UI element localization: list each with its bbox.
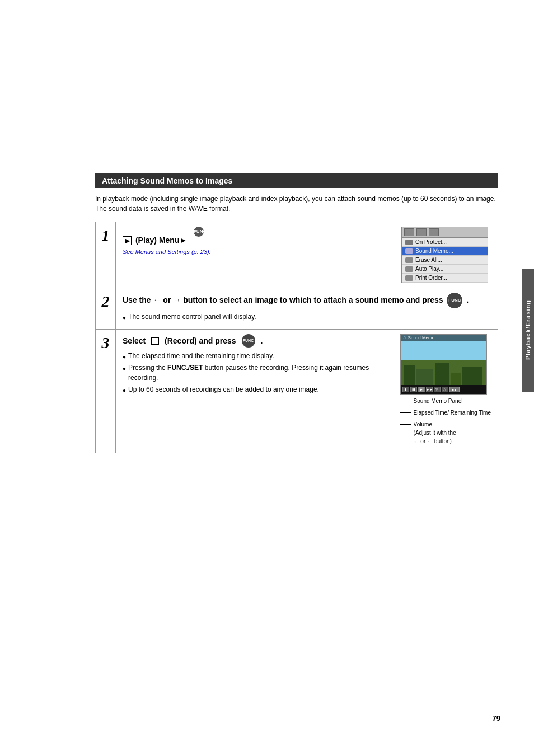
menu-mockup: On Protect... Sound Memo... Erase All...	[401, 227, 488, 283]
step-3-bullet-text-1: The elapsed time and the remaining time …	[128, 351, 274, 361]
menu-print-label: Print Order...	[415, 275, 447, 281]
building-5	[462, 367, 482, 385]
camera-labels: Sound Memo Panel Elapsed Time/ Remaining…	[400, 397, 491, 447]
sound-icon-small: ♫	[403, 335, 406, 340]
menu-soundmemo-label: Sound Memo...	[415, 248, 453, 254]
ctrl-btn-vol-down: ▽	[434, 387, 441, 392]
label-dash-3	[400, 424, 411, 425]
func-icon: FUNC SET	[194, 227, 204, 237]
bullet-dot-3-2: ●	[123, 364, 126, 373]
play-icon: ▶	[123, 236, 132, 245]
step-3-content: Select (Record) and press FUNC SET . ● T…	[116, 330, 498, 453]
volume-label: Volume (Adjust it with the ← or ← button…	[400, 420, 491, 445]
step-2-heading: Use the ← or → button to select an image…	[123, 293, 491, 308]
bullet-dot-3-1: ●	[123, 353, 126, 361]
ctrl-btn-vol-up: △	[442, 387, 448, 392]
step-3-heading-pre: Select	[123, 336, 148, 345]
step-2-bullet: ● The sound memo control panel will disp…	[123, 312, 491, 322]
ctrl-btn-play: ▶	[418, 387, 425, 392]
building-1	[404, 365, 415, 385]
menu-item-autoplay: Auto Play...	[402, 265, 488, 274]
bullet-dot-1: ●	[123, 313, 126, 322]
step-3-image: ♫ Sound Memo	[400, 334, 491, 448]
camera-title-bar: ♫ Sound Memo	[401, 335, 486, 341]
ctrl-btn-extra: ■▲	[449, 387, 460, 392]
step-3-row: 3 Select (Record) and press FUNC SET . ●	[96, 330, 498, 453]
steps-container: 1 ▶ (Play) Menu► FUNC SET See Menus and …	[95, 222, 498, 453]
soundmemo-icon	[405, 248, 413, 254]
step-2-content: Use the ← or → button to select an image…	[116, 288, 498, 329]
building-2	[416, 369, 433, 385]
step-1-text: ▶ (Play) Menu► FUNC SET See Menus and Se…	[123, 227, 396, 283]
step-3-bullet-1: ● The elapsed time and the remaining tim…	[123, 351, 395, 361]
step-2-row: 2 Use the ← or → button to select an ima…	[96, 288, 498, 330]
label-dash-1	[400, 401, 411, 401]
volume-label-text: Volume	[414, 420, 456, 429]
menu-item-erase: Erase All...	[402, 256, 488, 265]
menu-erase-label: Erase All...	[415, 257, 442, 263]
section-title: Attaching Sound Memos to Images	[95, 173, 498, 188]
step-1-row: 1 ▶ (Play) Menu► FUNC SET See Menus and …	[96, 222, 498, 288]
step-3-bullet-text-2: Pressing the FUNC./SET button pauses the…	[128, 363, 395, 383]
page-container: Playback/Erasing Attaching Sound Memos t…	[0, 0, 534, 756]
volume-arrows-text: ← or ← button)	[414, 437, 456, 445]
protect-icon	[405, 240, 413, 245]
step-3-heading: Select (Record) and press FUNC SET .	[123, 334, 395, 348]
step-1-heading: ▶ (Play) Menu► FUNC SET	[123, 227, 396, 246]
menu-item-soundmemo: Sound Memo...	[402, 247, 488, 256]
step-3-text: Select (Record) and press FUNC SET . ● T…	[123, 334, 395, 448]
building-3	[435, 363, 449, 385]
intro-text: In playback mode (including single image…	[95, 194, 498, 214]
record-icon	[151, 337, 159, 345]
elapsed-time-label: Elapsed Time/ Remaining Time	[400, 408, 491, 417]
ctrl-btn-ff: ►►	[426, 387, 433, 392]
step-3-bullet-text-3: Up to 60 seconds of recordings can be ad…	[128, 384, 319, 395]
volume-text-block: Volume (Adjust it with the ← or ← button…	[414, 420, 456, 445]
menu-top-icons	[402, 227, 488, 238]
main-content: Attaching Sound Memos to Images In playb…	[95, 173, 498, 453]
menu-autoplay-label: Auto Play...	[415, 266, 443, 272]
erase-icon	[405, 257, 413, 263]
camera-control-bar: ▮ ▮▮ ▶ ►► ▽ △ ■▲	[401, 385, 486, 394]
step-1-subtext: See Menus and Settings (p. 23).	[123, 248, 396, 255]
camera-screen: ♫ Sound Memo	[401, 335, 486, 385]
step-3-period: .	[259, 336, 263, 345]
step-1-number: 1	[96, 222, 116, 288]
bullet-dot-3-3: ●	[123, 386, 126, 395]
step-2-number: 2	[96, 288, 116, 329]
building-4	[451, 373, 461, 385]
step-3-number: 3	[96, 330, 116, 453]
autoplay-icon	[405, 266, 413, 272]
func-set-btn-step2: FUNC SET	[447, 293, 462, 308]
func-set-btn-step3: FUNC SET	[242, 334, 255, 348]
step-1-content: ▶ (Play) Menu► FUNC SET See Menus and Se…	[116, 222, 498, 288]
menu-icon-1	[404, 228, 414, 236]
label-dash-2	[400, 412, 411, 413]
step-1-link: See Menus and Settings (p. 23).	[123, 248, 211, 255]
sound-memo-screen-label: Sound Memo	[408, 335, 435, 340]
ctrl-btn-stop: ▮▮	[410, 387, 417, 392]
sound-memo-panel-text: Sound Memo Panel	[414, 397, 463, 405]
step-3-heading-record: (Record) and press	[162, 336, 238, 345]
print-icon	[405, 275, 413, 281]
volume-note-text: (Adjust it with the	[414, 429, 456, 437]
step-1-image: On Protect... Sound Memo... Erase All...	[401, 227, 491, 283]
menu-protect-label: On Protect...	[415, 239, 447, 245]
menu-item-protect: On Protect...	[402, 238, 488, 247]
step-3-bullet-3: ● Up to 60 seconds of recordings can be …	[123, 384, 395, 395]
step-2-bullet-text: The sound memo control panel will displa…	[128, 312, 256, 322]
sidebar-tab: Playback/Erasing	[522, 269, 534, 392]
ground-area	[401, 360, 486, 385]
sidebar-tab-label: Playback/Erasing	[524, 300, 531, 360]
sound-memo-panel-label: Sound Memo Panel	[400, 397, 491, 405]
menu-item-print: Print Order...	[402, 274, 488, 283]
page-number: 79	[493, 714, 500, 722]
menu-icon-2	[416, 228, 427, 236]
camera-mockup: ♫ Sound Memo	[400, 334, 487, 395]
step-1-heading-text: (Play) Menu►	[135, 236, 191, 245]
ctrl-btn-rewind: ▮	[402, 387, 409, 392]
elapsed-time-text: Elapsed Time/ Remaining Time	[414, 408, 491, 417]
step-3-bullet-2: ● Pressing the FUNC./SET button pauses t…	[123, 363, 395, 383]
menu-icon-3	[429, 228, 439, 236]
